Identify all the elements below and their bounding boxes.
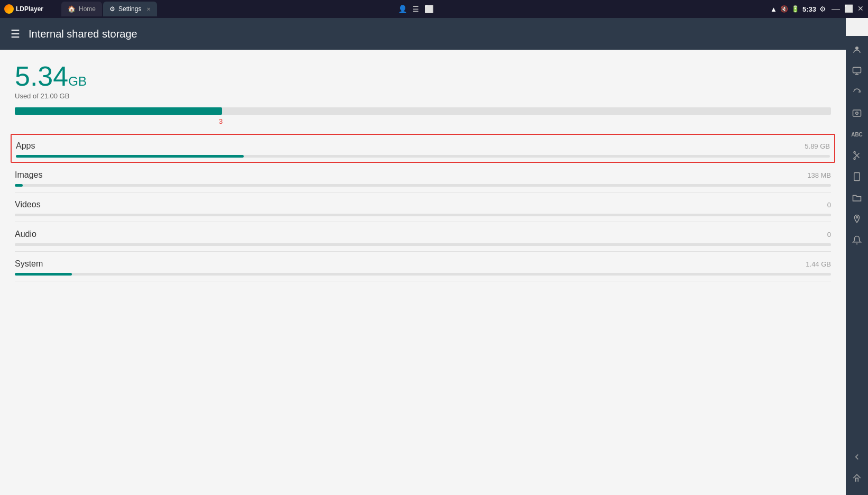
category-audio-size: 0	[827, 231, 831, 239]
app-header: ☰ Internal shared storage	[0, 18, 846, 50]
storage-used-section: 5.34GB Used of 21.00 GB	[15, 62, 831, 100]
svg-point-0	[855, 47, 858, 50]
tab-home[interactable]: 🏠 Home	[61, 2, 102, 16]
tab-settings-label: Settings	[118, 5, 141, 13]
category-videos-name: Videos	[15, 200, 41, 209]
bar-marker: 3	[219, 117, 223, 125]
minimize-button[interactable]: —	[832, 4, 840, 14]
category-images-name: Images	[15, 170, 42, 180]
category-images-fill	[15, 184, 23, 187]
sidebar-back-btn[interactable]	[847, 447, 866, 466]
battery-icon: 🔋	[791, 5, 799, 13]
sidebar-location-btn[interactable]	[847, 209, 866, 228]
storage-progress-bar: 3	[15, 107, 831, 115]
category-apps[interactable]: Apps 5.89 GB	[11, 134, 835, 163]
category-videos[interactable]: Videos 0	[15, 192, 831, 222]
page-title: Internal shared storage	[29, 28, 137, 40]
sidebar-screenshot-btn[interactable]	[847, 104, 866, 123]
status-bar: ▲ 🔇 🔋 5:33 ⚙	[770, 5, 826, 13]
menu-ctrl-icon[interactable]: ☰	[412, 5, 419, 13]
category-system-size: 1.44 GB	[806, 260, 831, 268]
main-area: ☰ Internal shared storage 5.34GB Used of…	[0, 18, 846, 495]
app-logo: LDPlayer	[4, 4, 57, 14]
storage-content: 5.34GB Used of 21.00 GB 3 Apps 5.89 GB	[0, 50, 846, 495]
close-button[interactable]: ✕	[857, 4, 864, 14]
clock: 5:33	[802, 5, 816, 13]
sidebar-home-btn[interactable]	[847, 469, 866, 488]
category-system[interactable]: System 1.44 GB	[15, 252, 831, 281]
category-images[interactable]: Images 138 MB	[15, 163, 831, 192]
category-audio-fill	[15, 243, 831, 246]
sidebar-rotate-btn[interactable]	[847, 82, 866, 102]
svg-rect-2	[853, 110, 861, 116]
tab-close-button[interactable]: ✕	[146, 6, 151, 12]
used-amount: 5.34GB	[15, 62, 831, 90]
category-system-name: System	[15, 259, 43, 269]
svg-point-5	[854, 152, 855, 153]
used-label: Used of 21.00 GB	[15, 92, 831, 100]
category-images-size: 138 MB	[807, 171, 831, 179]
home-icon: 🏠	[68, 5, 76, 13]
wifi-icon: ▲	[770, 5, 777, 13]
category-videos-bar	[15, 214, 831, 216]
sidebar-notification-btn[interactable]	[847, 231, 866, 250]
category-audio[interactable]: Audio 0	[15, 222, 831, 252]
tab-bar: 🏠 Home ⚙ Settings ✕	[61, 2, 398, 16]
logo-icon	[4, 4, 14, 14]
user-ctrl-icon[interactable]: 👤	[398, 5, 407, 13]
system-settings-icon[interactable]: ⚙	[819, 5, 826, 13]
category-apps-fill	[16, 155, 244, 158]
sidebar-user-btn[interactable]	[847, 40, 866, 59]
hamburger-menu[interactable]: ☰	[11, 28, 20, 40]
category-system-fill	[15, 273, 72, 276]
sidebar-cut-btn[interactable]	[847, 146, 866, 165]
svg-point-10	[856, 217, 858, 218]
category-apps-bar	[16, 155, 830, 158]
category-system-bar	[15, 273, 831, 276]
category-audio-bar	[15, 243, 831, 246]
category-list: Apps 5.89 GB Images 138 MB	[15, 134, 831, 281]
tab-settings[interactable]: ⚙ Settings ✕	[103, 2, 157, 16]
window-ctrl-icon[interactable]: ⬜	[424, 5, 433, 13]
storage-bar-fill	[15, 107, 222, 115]
category-apps-size: 5.89 GB	[805, 142, 830, 150]
sidebar-recent-btn[interactable]	[847, 490, 866, 495]
mute-icon: 🔇	[780, 5, 788, 13]
svg-rect-1	[853, 67, 861, 73]
window-controls: 👤 ☰ ⬜	[398, 5, 433, 13]
maximize-button[interactable]: ⬜	[844, 4, 853, 14]
category-audio-name: Audio	[15, 230, 36, 239]
category-videos-fill	[15, 214, 831, 216]
category-audio-header: Audio 0	[15, 230, 831, 239]
tab-home-label: Home	[79, 5, 96, 13]
sidebar-keyboard-btn[interactable]: ABC	[847, 125, 866, 144]
sidebar-folder-btn[interactable]	[847, 188, 866, 207]
category-apps-name: Apps	[16, 141, 35, 151]
settings-tab-icon: ⚙	[109, 5, 115, 13]
svg-rect-8	[854, 173, 860, 181]
svg-point-4	[854, 158, 855, 160]
category-images-bar	[15, 184, 831, 187]
title-bar: LDPlayer 🏠 Home ⚙ Settings ✕ 👤 ☰ ⬜ ▲ 🔇 🔋…	[0, 0, 868, 18]
app-name: LDPlayer	[16, 5, 43, 13]
category-images-header: Images 138 MB	[15, 170, 831, 180]
category-system-header: System 1.44 GB	[15, 259, 831, 269]
svg-point-3	[856, 112, 858, 115]
category-videos-size: 0	[827, 201, 831, 209]
sidebar-phone-btn[interactable]	[847, 167, 866, 186]
category-apps-header: Apps 5.89 GB	[16, 141, 830, 151]
right-sidebar: ABC	[846, 36, 868, 495]
category-videos-header: Videos 0	[15, 200, 831, 209]
sidebar-screen-btn[interactable]	[847, 61, 866, 80]
